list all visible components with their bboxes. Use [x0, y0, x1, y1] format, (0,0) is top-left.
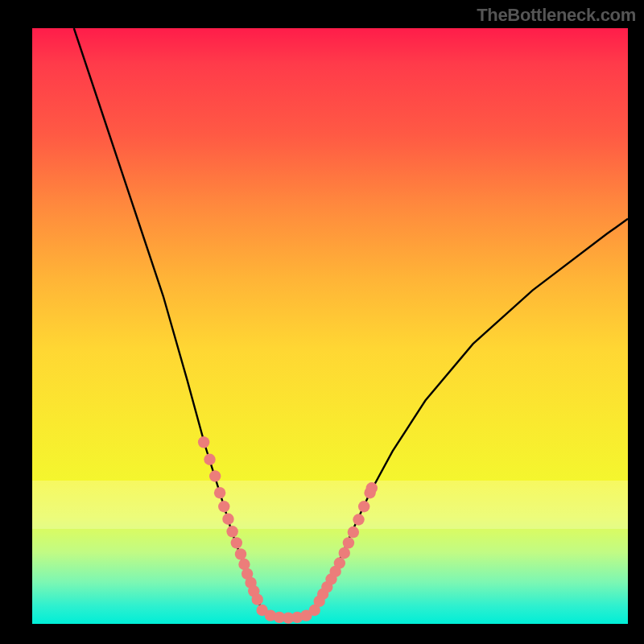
marker-dot — [214, 487, 225, 498]
marker-dot — [204, 454, 215, 465]
chart-frame: TheBottleneck.com — [0, 0, 644, 644]
marker-dot — [334, 557, 345, 568]
marker-dot — [348, 526, 359, 538]
marker-dot — [198, 436, 209, 448]
marker-dot — [252, 593, 263, 605]
marker-dot — [343, 537, 354, 548]
plot-area — [32, 28, 628, 624]
marker-dot — [366, 482, 378, 493]
watermark-text: TheBottleneck.com — [477, 5, 636, 26]
marker-dot — [222, 514, 233, 525]
marker-dot — [226, 526, 237, 537]
marker-dot — [218, 501, 229, 512]
marker-dot — [353, 514, 364, 525]
marker-dot — [235, 548, 246, 559]
marker-dot — [339, 547, 350, 559]
marker-dot — [358, 501, 369, 512]
marker-dot — [209, 470, 221, 481]
chart-svg — [32, 28, 628, 624]
marker-dot — [231, 537, 242, 548]
